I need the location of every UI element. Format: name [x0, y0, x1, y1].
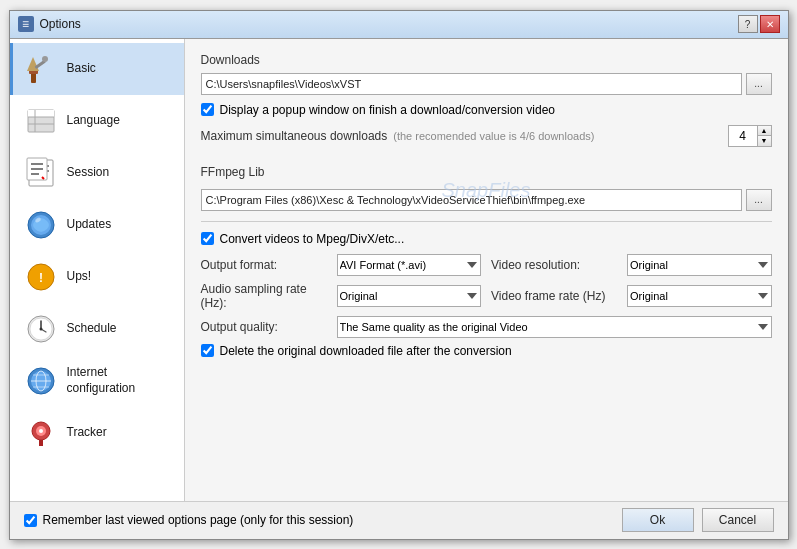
tracker-icon: [23, 415, 59, 451]
video-resolution-row: Video resolution: Original: [491, 254, 772, 276]
browse-download-button[interactable]: ...: [746, 73, 772, 95]
svg-rect-6: [28, 110, 54, 117]
ok-button[interactable]: Ok: [622, 508, 694, 532]
svg-text:!: !: [39, 271, 43, 285]
schedule-icon: [23, 311, 59, 347]
convert-section: Convert videos to Mpeg/DivX/etc... Outpu…: [201, 221, 772, 358]
title-bar: ≡ Options ? ✕: [10, 11, 788, 39]
ups-icon: !: [23, 259, 59, 295]
audio-sampling-row: Audio sampling rate (Hz): Original: [201, 282, 482, 310]
remember-checkbox[interactable]: [24, 514, 37, 527]
convert-checkbox-row: Convert videos to Mpeg/DivX/etc...: [201, 232, 772, 246]
svg-point-28: [39, 327, 42, 330]
ffmpeg-path-row: ...: [201, 189, 772, 211]
sidebar-item-updates[interactable]: Updates: [10, 199, 184, 251]
ffmpeg-section-label: FFmpeg Lib: [201, 159, 772, 179]
output-quality-label: Output quality:: [201, 320, 331, 334]
sidebar-label-schedule: Schedule: [67, 321, 117, 337]
sidebar-item-basic[interactable]: Basic: [10, 43, 184, 95]
spinner-buttons: ▲ ▼: [757, 126, 771, 146]
sidebar-label-updates: Updates: [67, 217, 112, 233]
ffmpeg-path-input[interactable]: [201, 189, 742, 211]
max-downloads-input[interactable]: [729, 126, 757, 146]
close-button[interactable]: ✕: [760, 15, 780, 33]
sidebar-label-ups: Ups!: [67, 269, 92, 285]
sidebar-item-ups[interactable]: ! Ups!: [10, 251, 184, 303]
output-format-row: Output format: AVI Format (*.avi): [201, 254, 482, 276]
popup-checkbox-label: Display a popup window on finish a downl…: [220, 103, 556, 117]
max-downloads-hint: (the recomended value is 4/6 downloads): [393, 130, 594, 142]
footer-right: Ok Cancel: [622, 508, 774, 532]
video-resolution-label: Video resolution:: [491, 258, 621, 272]
max-downloads-spinner: ▲ ▼: [728, 125, 772, 147]
footer-left: Remember last viewed options page (only …: [24, 513, 354, 527]
spin-up-button[interactable]: ▲: [757, 126, 771, 136]
svg-line-18: [42, 177, 44, 179]
output-quality-select[interactable]: The Same quality as the original Video: [337, 316, 772, 338]
sidebar-label-basic: Basic: [67, 61, 96, 77]
sidebar-label-language: Language: [67, 113, 120, 129]
audio-sampling-label: Audio sampling rate (Hz):: [201, 282, 331, 310]
output-quality-row: Output quality: The Same quality as the …: [201, 316, 772, 338]
app-icon: ≡: [18, 16, 34, 32]
sidebar-label-internet: Internet configuration: [67, 365, 174, 396]
svg-point-37: [39, 429, 43, 433]
video-frame-label: Video frame rate (Hz): [491, 289, 621, 303]
sidebar-item-internet[interactable]: Internet configuration: [10, 355, 184, 407]
popup-checkbox-row: Display a popup window on finish a downl…: [201, 103, 772, 117]
browse-ffmpeg-button[interactable]: ...: [746, 189, 772, 211]
updates-icon: [23, 207, 59, 243]
sidebar-item-session[interactable]: Session: [10, 147, 184, 199]
convert-checkbox[interactable]: [201, 232, 214, 245]
video-frame-row: Video frame rate (Hz) Original: [491, 282, 772, 310]
help-button[interactable]: ?: [738, 15, 758, 33]
delete-original-label: Delete the original downloaded file afte…: [220, 344, 512, 358]
video-resolution-select[interactable]: Original: [627, 254, 772, 276]
sidebar-label-session: Session: [67, 165, 110, 181]
remember-label: Remember last viewed options page (only …: [43, 513, 354, 527]
svg-rect-38: [39, 440, 43, 446]
sidebar-item-language[interactable]: Language: [10, 95, 184, 147]
output-format-select[interactable]: AVI Format (*.avi): [337, 254, 482, 276]
delete-original-checkbox[interactable]: [201, 344, 214, 357]
download-path-input[interactable]: [201, 73, 742, 95]
svg-rect-0: [31, 73, 36, 83]
popup-checkbox[interactable]: [201, 103, 214, 116]
downloads-section-label: Downloads: [201, 53, 772, 67]
audio-sampling-select[interactable]: Original: [337, 285, 482, 307]
sidebar-item-tracker[interactable]: Tracker: [10, 407, 184, 459]
svg-marker-2: [27, 57, 39, 71]
cancel-button[interactable]: Cancel: [702, 508, 774, 532]
language-icon: [23, 103, 59, 139]
sidebar: Basic Language: [10, 39, 185, 501]
spin-down-button[interactable]: ▼: [757, 136, 771, 146]
sidebar-item-schedule[interactable]: Schedule: [10, 303, 184, 355]
basic-icon: [23, 51, 59, 87]
session-icon: [23, 155, 59, 191]
max-downloads-row: Maximum simultaneous downloads (the reco…: [201, 125, 772, 147]
video-frame-select[interactable]: Original: [627, 285, 772, 307]
convert-checkbox-label: Convert videos to Mpeg/DivX/etc...: [220, 232, 405, 246]
dialog-title: Options: [40, 17, 81, 31]
footer: Remember last viewed options page (only …: [10, 501, 788, 539]
title-buttons: ? ✕: [738, 15, 780, 33]
delete-original-row: Delete the original downloaded file afte…: [201, 344, 772, 358]
sidebar-label-tracker: Tracker: [67, 425, 107, 441]
max-downloads-label: Maximum simultaneous downloads: [201, 129, 388, 143]
output-format-label: Output format:: [201, 258, 331, 272]
main-content: Downloads ... Display a popup window on …: [185, 39, 788, 501]
format-grid: Output format: AVI Format (*.avi) Video …: [201, 254, 772, 310]
internet-icon: [23, 363, 59, 399]
svg-point-4: [42, 56, 48, 62]
download-path-row: ...: [201, 73, 772, 95]
